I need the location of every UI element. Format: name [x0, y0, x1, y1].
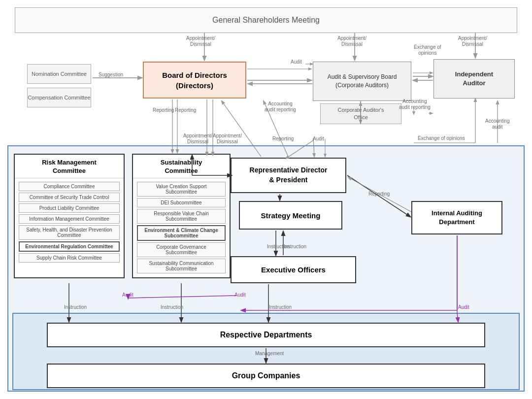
group-companies-label: Group Companies: [232, 371, 300, 380]
label-accounting-audit-reporting2: Accountingaudit reporting: [399, 99, 431, 110]
rmc-items: Compliance Committee Committee of Securi…: [15, 178, 124, 266]
risk-management-committee-box: Risk ManagementCommittee Compliance Comm…: [14, 154, 125, 278]
sc-sustainability-comm: Sustainability Communication Subcommitte…: [137, 259, 226, 273]
rmc-title: Risk ManagementCommittee: [15, 155, 124, 178]
ia-label: IndependentAuditor: [455, 70, 493, 88]
sustainability-committee-box: SustainabilityCommittee Value Creation S…: [132, 154, 231, 278]
label-accounting-audit: Accountingaudit: [485, 118, 509, 130]
diagram: General Shareholders Meeting Nomination …: [0, 0, 532, 399]
rep-director-box: Representative Director& President: [231, 158, 346, 193]
label-appt-dismissal-bod: Appointment/Dismissal: [186, 35, 215, 47]
label-instruction-mid: Instruction: [161, 304, 183, 310]
sc-corp-governance: Corporate Governance Subcommittee: [137, 242, 226, 257]
sc-environment-climate: Environment & Climate Change Subcommitte…: [137, 225, 226, 241]
iad-label: Internal AuditingDepartment: [432, 209, 482, 227]
independent-auditor-box: IndependentAuditor: [433, 59, 515, 99]
internal-auditing-dept-box: Internal AuditingDepartment: [411, 201, 502, 234]
strategy-meeting-box: Strategy Meeting: [239, 201, 342, 230]
label-audit-purple-right: Audit: [458, 304, 469, 310]
label-appt-dismissal-ia: Appointment/Dismissal: [458, 35, 487, 47]
nomination-committee-box: Nomination Committee: [27, 64, 91, 84]
sc-title: SustainabilityCommittee: [133, 155, 230, 178]
rmc-security-trade: Committee of Security Trade Control: [19, 193, 120, 202]
label-appt-dismissal-below-right: Appointment/Dismissal: [213, 133, 242, 145]
rmc-product-liability: Product Liability Committee: [19, 203, 120, 213]
respective-departments-box: Respective Departments: [47, 323, 485, 347]
executive-officers-box: Executive Officers: [231, 256, 356, 283]
board-of-directors-box: Board of Directors(Directors): [143, 62, 246, 99]
label-appt-dismissal-asb: Appointment/Dismissal: [337, 35, 366, 47]
sc-dei: DEI Subcommittee: [137, 198, 226, 207]
rmc-supply-chain: Supply Chain Risk Committee: [19, 253, 120, 263]
label-appt-dismissal-below-left: Appointment/Dismissal: [183, 133, 212, 145]
label-audit-bod: Audit: [291, 59, 302, 65]
audit-supervisory-board-box: Audit & Supervisory Board(Corporate Audi…: [313, 62, 411, 101]
label-reporting-right: Reporting: [175, 107, 196, 113]
nomination-committee-label: Nomination Committee: [32, 71, 87, 77]
rmc-info-mgmt: Information Management Committee: [19, 214, 120, 224]
strategy-meeting-label: Strategy Meeting: [261, 211, 321, 220]
gsm-box: General Shareholders Meeting: [15, 7, 517, 33]
corporate-auditors-office-box: Corporate Auditor'sOffice: [320, 103, 401, 124]
label-instruction-left: Instruction: [64, 304, 87, 310]
compensation-committee-label: Compensation Committee: [28, 95, 90, 100]
sc-value-creation: Value Creation Support Subcommittee: [137, 182, 226, 197]
label-instruction-strat-right: Instruction: [284, 244, 306, 250]
executive-officers-label: Executive Officers: [261, 266, 326, 274]
cao-label: Corporate Auditor'sOffice: [338, 106, 384, 122]
rep-label: Representative Director& President: [250, 166, 328, 185]
respective-departments-label: Respective Departments: [220, 331, 312, 339]
asb-label: Audit & Supervisory Board(Corporate Audi…: [328, 73, 397, 90]
label-reporting-left: Reporting: [153, 107, 174, 113]
label-management: Management: [255, 351, 284, 357]
label-audit-purple-left: Audit: [122, 292, 133, 298]
label-reporting-asb: Reporting: [272, 136, 294, 142]
rmc-compliance: Compliance Committee: [19, 182, 120, 191]
sc-responsible-value: Responsible Value Chain Subcommittee: [137, 209, 226, 224]
label-exchange-opinions-lower: Exchange of opinions: [418, 135, 465, 141]
group-companies-box: Group Companies: [47, 364, 485, 388]
label-exchange-opinions-top: Exchange ofopinions: [414, 44, 441, 56]
gsm-label: General Shareholders Meeting: [212, 16, 320, 25]
label-audit-asb: Audit: [313, 136, 324, 142]
compensation-committee-box: Compensation Committee: [27, 88, 91, 107]
rmc-env-regulation: Environmental Regulation Committee: [19, 241, 120, 252]
label-accounting-audit-reporting: Accountingaudit reporting: [265, 101, 296, 113]
label-instruction-center: Instruction: [269, 304, 292, 310]
label-reporting-iad: Reporting: [368, 191, 390, 197]
rmc-safety: Safety, Health, and Disaster Prevention …: [19, 225, 120, 240]
label-audit-purple-exec: Audit: [234, 292, 246, 298]
label-suggestion: Suggestion: [99, 72, 123, 78]
bod-label: Board of Directors(Directors): [162, 70, 227, 91]
sc-items: Value Creation Support Subcommittee DEI …: [133, 178, 230, 277]
